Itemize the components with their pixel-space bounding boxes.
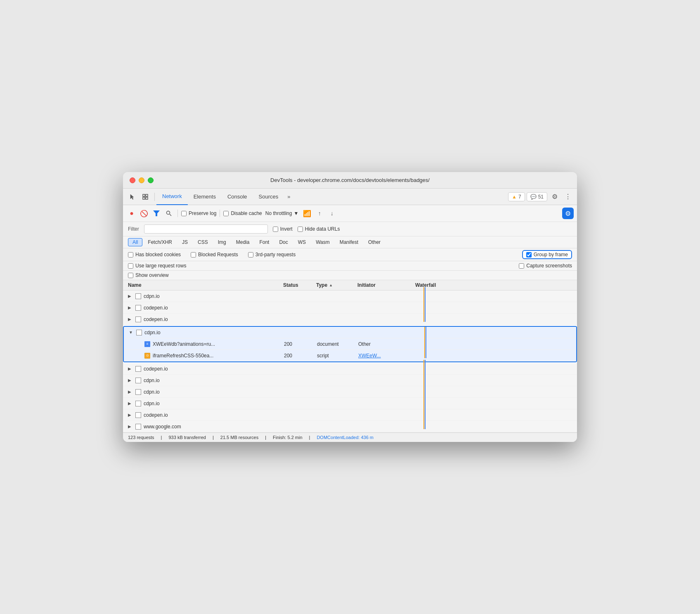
info-badge[interactable]: 💬 51 [527,192,547,201]
filter-label: Filter [128,226,139,232]
show-overview-checkbox[interactable]: Show overview [128,272,169,278]
filter-other[interactable]: Other [364,238,385,246]
table-row[interactable]: ▶ ⊙ iframeRefreshCSS-550ea... 200 script… [124,350,576,361]
table-row[interactable]: ▶ codepen.io [123,409,577,421]
resources-size: 21.5 MB resources [220,435,258,440]
filter-wasm[interactable]: Wasm [311,238,334,246]
header-status[interactable]: Status [280,282,313,288]
tab-network[interactable]: Network [156,189,188,205]
blocked-cookies-input[interactable] [128,252,133,257]
close-button[interactable] [130,177,135,183]
disable-cache-input[interactable] [223,211,229,216]
filter-media[interactable]: Media [232,238,254,246]
expand-icon[interactable]: ▶ [128,424,133,429]
header-name[interactable]: Name [123,282,280,288]
invert-checkbox[interactable]: Invert [273,226,293,232]
maximize-button[interactable] [148,177,154,183]
preserve-log-checkbox[interactable]: Preserve log [181,210,216,216]
hide-data-urls-checkbox[interactable]: Hide data URLs [298,226,340,232]
tab-divider [154,193,155,201]
blocked-cookies-checkbox[interactable]: Has blocked cookies [128,252,181,257]
row-name: ▶ cdpn.io [123,378,280,383]
header-type[interactable]: Type ▲ [313,282,354,288]
table-row[interactable]: ▶ cdpn.io [123,290,577,302]
blocked-requests-checkbox[interactable]: Blocked Requests [191,252,238,257]
invert-input[interactable] [273,227,278,232]
table-row[interactable]: ▶ codepen.io [123,363,577,375]
expand-icon[interactable]: ▶ [128,317,133,321]
table-row[interactable]: ▶ ≡ XWEeWdb?animations=ru... 200 documen… [124,338,576,350]
more-options-icon[interactable]: ⋮ [562,191,574,203]
more-tabs-button[interactable]: » [284,194,293,200]
row-name: ▶ codepen.io [123,412,280,418]
row-initiator-link[interactable]: XWEeW... [355,353,413,359]
group-by-frame-checkbox[interactable] [526,252,532,257]
search-icon[interactable] [163,208,174,219]
filter-js[interactable]: JS [177,238,192,246]
expand-icon[interactable]: ▶ [128,305,133,310]
minimize-button[interactable] [139,177,144,183]
third-party-input[interactable] [248,252,253,257]
expand-icon[interactable]: ▶ [128,294,133,298]
filter-all[interactable]: All [128,238,142,246]
expand-icon[interactable]: ▼ [129,330,134,335]
transferred-size: 933 kB transferred [168,435,206,440]
tab-console[interactable]: Console [222,189,253,205]
large-rows-checkbox[interactable]: Use large request rows [128,263,186,269]
expand-icon[interactable]: ▶ [128,366,133,371]
throttle-select[interactable]: No throttling ▼ [264,210,300,216]
filter-doc[interactable]: Doc [274,238,292,246]
preserve-log-input[interactable] [181,211,187,216]
filter-css[interactable]: CSS [193,238,213,246]
gear-active-icon[interactable]: ⚙ [562,208,574,219]
filter-input[interactable] [144,224,268,234]
table-row[interactable]: ▶ cdpn.io [123,398,577,409]
table-row[interactable]: ▶ cdpn.io [123,375,577,386]
table-row[interactable]: ▶ www.google.com [123,421,577,432]
table-row[interactable]: ▶ cdpn.io [123,386,577,398]
highlighted-group: ▼ cdpn.io ▶ ≡ XW [123,326,577,362]
show-overview-input[interactable] [128,273,133,278]
header-waterfall[interactable]: Waterfall [412,282,577,288]
options-bar-2: Use large request rows Capture screensho… [123,261,577,271]
table-row[interactable]: ▶ codepen.io [123,302,577,314]
document-icon: ≡ [144,341,150,347]
table-row[interactable]: ▼ cdpn.io [124,327,576,338]
filter-font[interactable]: Font [255,238,274,246]
settings-icon[interactable]: ⚙ [549,191,560,203]
capture-screenshots-input[interactable] [519,263,524,269]
expand-icon[interactable]: ▶ [128,378,133,383]
download-icon[interactable]: ↓ [326,208,337,219]
large-rows-input[interactable] [128,263,133,269]
options-row-2: Use large request rows [128,263,186,269]
frame-icon [135,366,141,372]
divider-1: | [161,435,162,440]
third-party-checkbox[interactable]: 3rd-party requests [248,252,296,257]
filter-icon[interactable] [151,208,162,219]
filter-ws[interactable]: WS [293,238,310,246]
cursor-icon[interactable] [126,191,138,203]
record-button[interactable]: ● [126,208,137,219]
filter-manifest[interactable]: Manifest [335,238,363,246]
expand-icon[interactable]: ▶ [128,390,133,394]
capture-screenshots-checkbox[interactable]: Capture screenshots [519,263,572,269]
filter-img[interactable]: Img [213,238,231,246]
blocked-requests-input[interactable] [191,252,196,257]
inspector-icon[interactable] [140,191,151,203]
expand-icon[interactable]: ▶ [128,413,133,417]
expand-icon[interactable]: ▶ [128,401,133,406]
upload-icon[interactable]: ↑ [314,208,325,219]
warning-badge[interactable]: ▲ 7 [508,192,525,201]
wifi-icon[interactable]: 📶 [302,208,312,219]
clear-button[interactable]: 🚫 [139,208,149,219]
disable-cache-checkbox[interactable]: Disable cache [223,210,262,216]
header-initiator[interactable]: Initiator [354,282,412,288]
filter-fetch-xhr[interactable]: Fetch/XHR [143,238,177,246]
domcontentloaded: DOMContentLoaded: 436 m [317,435,374,440]
frame-icon [135,389,141,395]
tab-sources[interactable]: Sources [253,189,284,205]
network-toolbar: ● 🚫 Preserve log Disable cache No thrott… [123,205,577,222]
hide-data-urls-input[interactable] [298,227,303,232]
table-row[interactable]: ▶ codepen.io [123,314,577,325]
tab-elements[interactable]: Elements [188,189,222,205]
